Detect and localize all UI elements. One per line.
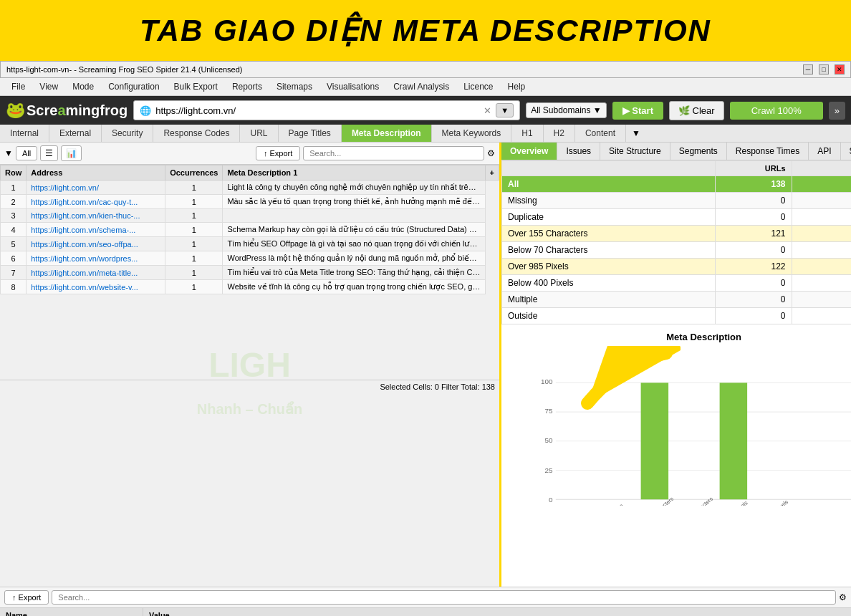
col-meta-header: Meta Description 1 [223, 165, 485, 181]
overview-row[interactable]: Multiple 0 0% [502, 292, 852, 308]
overview-row[interactable]: Below 400 Pixels 0 0% [502, 275, 852, 292]
tab-h1[interactable]: H1 [511, 125, 543, 142]
lower-export-button[interactable]: ↑ Export [4, 590, 49, 605]
tab-response-codes[interactable]: Response Codes [153, 125, 240, 142]
table-row[interactable]: 5 https://light.com.vn/seo-offpa... 1 Tì… [1, 237, 499, 251]
tab-site-structure[interactable]: Site Structure [600, 143, 670, 160]
tab-overview[interactable]: Overview [501, 143, 557, 160]
lower-toolbar: ↑ Export ⚙ [0, 587, 851, 608]
table-row[interactable]: 4 https://light.com.vn/schema-... 1 Sche… [1, 223, 499, 237]
tab-h2[interactable]: H2 [544, 125, 575, 142]
ov-cell-pct: 0% [792, 242, 851, 259]
subdomain-selector[interactable]: All Subdomains ▼ [526, 102, 607, 118]
clear-button[interactable]: 🌿 Clear [669, 101, 724, 120]
tab-issues[interactable]: Issues [557, 143, 600, 160]
close-button[interactable]: ✕ [835, 64, 845, 74]
tab-security[interactable]: Security [102, 125, 153, 142]
app-logo: 🐸 Screamingfrog [6, 101, 128, 120]
overview-row[interactable]: Outside 0 0% [502, 308, 852, 324]
menu-configuration[interactable]: Configuration [102, 80, 165, 94]
tab-more-button[interactable]: ▼ [626, 125, 646, 142]
menu-file[interactable]: File [6, 80, 31, 94]
svg-text:Over 985 Pixels: Over 985 Pixels [715, 499, 749, 506]
cell-address: https://light.com.vn/ [27, 181, 165, 195]
menu-licence[interactable]: Licence [458, 80, 499, 94]
chart-container: 0 25 50 75 100 Missing [509, 348, 851, 506]
cell-meta: Light là công ty chuyên công nghệ mới ch… [223, 181, 485, 195]
tab-spelling[interactable]: Spelling & G [841, 143, 851, 160]
data-table: Row Address Occurrences Meta Description… [0, 165, 499, 380]
url-clear-icon[interactable]: ✕ [484, 105, 491, 116]
ov-cell-pct: 87.68% [792, 226, 851, 242]
cell-meta: Website về tĩnh là công cụ hỗ trợ quan t… [223, 280, 485, 294]
table-row[interactable]: 7 https://light.com.vn/meta-title... 1 T… [1, 266, 499, 280]
globe-icon: 🌐 [140, 105, 151, 116]
ov-cell-pct: 0% [792, 193, 851, 209]
export-button[interactable]: ↑ Export [256, 146, 300, 160]
ov-cell-urls: 138 [716, 176, 792, 193]
right-pane: Overview Issues Site Structure Segments … [501, 143, 851, 587]
menu-help[interactable]: Help [502, 80, 532, 94]
cell-occurrences: 1 [165, 209, 223, 223]
maximize-button[interactable]: □ [819, 64, 829, 74]
view-chart-button[interactable]: 📊 [61, 145, 82, 161]
ov-cell-urls: 121 [716, 226, 792, 242]
tab-response-times[interactable]: Response Times [727, 143, 809, 160]
overview-row[interactable]: Over 155 Characters 121 87.68% [502, 226, 852, 242]
url-dropdown-icon[interactable]: ▼ [496, 103, 514, 117]
menu-reports[interactable]: Reports [226, 80, 268, 94]
svg-rect-18 [720, 382, 748, 499]
menu-mode[interactable]: Mode [67, 80, 100, 94]
tab-internal[interactable]: Internal [0, 125, 49, 142]
ov-cell-label: Below 400 Pixels [502, 275, 716, 292]
minimize-button[interactable]: ─ [803, 64, 813, 74]
tab-api[interactable]: API [809, 143, 840, 160]
view-list-button[interactable]: ☰ [40, 145, 58, 161]
chart-area: Meta Description 0 25 50 75 100 [501, 324, 851, 587]
tab-meta-keywords[interactable]: Meta Keywords [432, 125, 512, 142]
overview-row[interactable]: Duplicate 0 0% [502, 209, 852, 226]
table-row[interactable]: 8 https://light.com.vn/website-v... 1 We… [1, 280, 499, 294]
cell-meta: WordPress là một hệ thống quản lý nội du… [223, 251, 485, 266]
more-button[interactable]: » [829, 102, 845, 120]
ov-cell-urls: 122 [716, 259, 792, 275]
table-body: 1 https://light.com.vn/ 1 Light là công … [1, 181, 499, 294]
menu-visualisations[interactable]: Visualisations [321, 80, 385, 94]
overview-row[interactable]: Below 70 Characters 0 0% [502, 242, 852, 259]
overview-row[interactable]: Over 985 Pixels 122 88.41% [502, 259, 852, 275]
svg-text:25: 25 [544, 466, 553, 474]
col-expand-header[interactable]: + [485, 165, 499, 181]
cell-row: 6 [1, 251, 27, 266]
cell-occurrences: 1 [165, 195, 223, 209]
search-settings-icon[interactable]: ⚙ [487, 148, 495, 158]
tab-segments[interactable]: Segments [670, 143, 727, 160]
tab-external[interactable]: External [49, 125, 102, 142]
table-row[interactable]: 1 https://light.com.vn/ 1 Light là công … [1, 181, 499, 195]
cell-occurrences: 1 [165, 181, 223, 195]
filter-icon: ▼ [4, 148, 13, 158]
menu-crawl-analysis[interactable]: Crawl Analysis [388, 80, 455, 94]
menu-bulk-export[interactable]: Bulk Export [168, 80, 223, 94]
lower-search-icon[interactable]: ⚙ [839, 592, 847, 602]
overview-row[interactable]: Missing 0 0% [502, 193, 852, 209]
filter-button[interactable]: All [16, 146, 37, 160]
table-row[interactable]: 3 https://light.com.vn/kien-thuc-... 1 [1, 209, 499, 223]
crawl-progress-button[interactable]: Crawl 100% [730, 102, 823, 120]
search-input[interactable] [303, 146, 484, 160]
start-button[interactable]: ▶ Start [612, 102, 663, 120]
tab-url[interactable]: URL [240, 125, 278, 142]
table-row[interactable]: 2 https://light.com.vn/cac-quy-t... 1 Mà… [1, 195, 499, 209]
lower-search-input[interactable] [52, 590, 836, 605]
tab-content[interactable]: Content [575, 125, 626, 142]
left-status-bar: Selected Cells: 0 Filter Total: 138 [0, 380, 499, 393]
table-row[interactable]: 6 https://light.com.vn/wordpres... 1 Wor… [1, 251, 499, 266]
tab-meta-description[interactable]: Meta Description [342, 125, 432, 142]
menu-view[interactable]: View [34, 80, 64, 94]
cell-row: 3 [1, 209, 27, 223]
menu-sitemaps[interactable]: Sitemaps [271, 80, 318, 94]
svg-text:50: 50 [544, 436, 553, 444]
window-chrome: https-light-com-vn- - Screaming Frog SEO… [0, 61, 851, 78]
overview-row[interactable]: All 138 100% [502, 176, 852, 193]
cell-row: 7 [1, 266, 27, 280]
tab-page-titles[interactable]: Page Titles [279, 125, 342, 142]
